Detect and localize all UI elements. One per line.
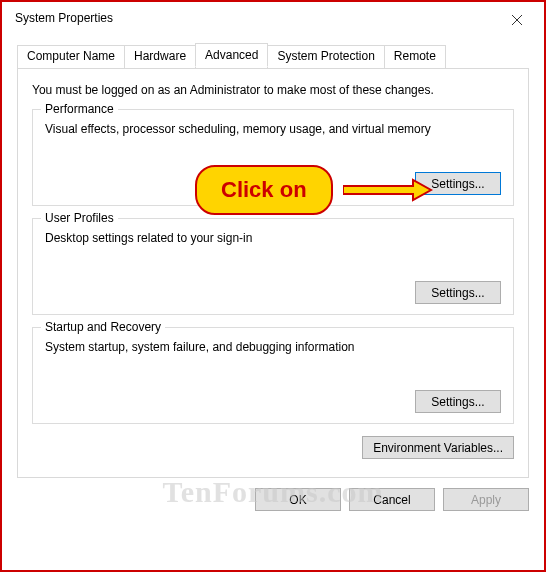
tab-hardware[interactable]: Hardware bbox=[124, 45, 196, 69]
environment-variables-button[interactable]: Environment Variables... bbox=[362, 436, 514, 459]
group-performance-title: Performance bbox=[41, 102, 118, 116]
titlebar: System Properties bbox=[5, 5, 541, 39]
window-title: System Properties bbox=[15, 11, 113, 25]
startup-recovery-settings-button[interactable]: Settings... bbox=[415, 390, 501, 413]
ok-button[interactable]: OK bbox=[255, 488, 341, 511]
group-user-profiles-desc: Desktop settings related to your sign-in bbox=[45, 231, 501, 245]
dialog-button-row: OK Cancel Apply bbox=[5, 478, 541, 515]
group-startup-recovery: Startup and Recovery System startup, sys… bbox=[32, 327, 514, 424]
tab-advanced[interactable]: Advanced bbox=[195, 43, 268, 67]
group-user-profiles-title: User Profiles bbox=[41, 211, 118, 225]
group-startup-recovery-desc: System startup, system failure, and debu… bbox=[45, 340, 501, 354]
group-user-profiles-actions: Settings... bbox=[45, 281, 501, 304]
environment-variables-row: Environment Variables... bbox=[32, 436, 514, 459]
tab-system-protection[interactable]: System Protection bbox=[267, 45, 384, 69]
tab-strip: Computer Name Hardware Advanced System P… bbox=[17, 45, 529, 69]
svg-marker-2 bbox=[343, 180, 431, 200]
apply-button[interactable]: Apply bbox=[443, 488, 529, 511]
group-startup-recovery-title: Startup and Recovery bbox=[41, 320, 165, 334]
group-user-profiles: User Profiles Desktop settings related t… bbox=[32, 218, 514, 315]
cancel-button[interactable]: Cancel bbox=[349, 488, 435, 511]
system-properties-window: System Properties Computer Name Hardware… bbox=[5, 5, 541, 567]
admin-notice: You must be logged on as an Administrato… bbox=[32, 83, 514, 97]
tab-panel-advanced: You must be logged on as an Administrato… bbox=[17, 68, 529, 478]
callout-text: Click on bbox=[221, 177, 307, 202]
content-area: Computer Name Hardware Advanced System P… bbox=[5, 39, 541, 478]
group-startup-recovery-actions: Settings... bbox=[45, 390, 501, 413]
user-profiles-settings-button[interactable]: Settings... bbox=[415, 281, 501, 304]
tab-computer-name[interactable]: Computer Name bbox=[17, 45, 125, 69]
group-performance-desc: Visual effects, processor scheduling, me… bbox=[45, 122, 501, 136]
tab-remote[interactable]: Remote bbox=[384, 45, 446, 69]
close-icon bbox=[512, 15, 522, 25]
close-button[interactable] bbox=[497, 7, 537, 33]
annotation-callout: Click on bbox=[195, 165, 333, 215]
callout-bubble: Click on bbox=[195, 165, 333, 215]
